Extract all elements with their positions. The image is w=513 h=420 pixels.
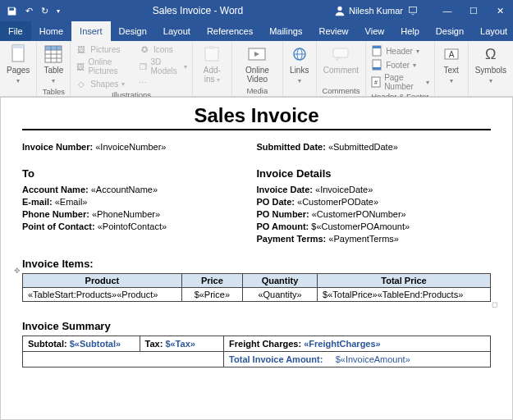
tab-view[interactable]: View bbox=[357, 21, 393, 41]
menu-tabs: File Home Insert Design Layout Reference… bbox=[0, 21, 513, 41]
maximize-button[interactable]: ☐ bbox=[460, 6, 487, 16]
comment-label: Comment bbox=[323, 66, 359, 75]
addins-label: Add-ins bbox=[199, 66, 225, 84]
online-video-label: Online Video bbox=[239, 66, 276, 84]
footer-button[interactable]: Footer bbox=[369, 58, 431, 71]
3d-models-button[interactable]: ❒3D Models bbox=[137, 57, 189, 76]
payment-terms-value: «PaymentTerms» bbox=[328, 234, 399, 244]
svg-rect-15 bbox=[209, 46, 214, 49]
table-resize-handle[interactable]: ◻ bbox=[492, 300, 497, 308]
phone-label: Phone Number: bbox=[22, 209, 89, 219]
svg-text:A: A bbox=[448, 50, 454, 59]
shapes-button[interactable]: ◇Shapes bbox=[74, 77, 134, 90]
col-quantity: Quantity bbox=[242, 274, 317, 288]
icons-button[interactable]: ✪Icons bbox=[137, 43, 189, 56]
table-header-row: Product Price Quantity Total Price bbox=[23, 274, 491, 288]
comment-button[interactable]: Comment bbox=[320, 43, 362, 76]
doc-title: Sales Invoice bbox=[22, 104, 491, 127]
tax-label: Tax: bbox=[145, 339, 163, 349]
freight-value: «FreightCharges» bbox=[304, 339, 381, 349]
tab-design2[interactable]: Design bbox=[428, 21, 472, 41]
pages-label: Pages bbox=[7, 66, 30, 85]
qat-dropdown-icon[interactable]: ▾ bbox=[57, 7, 60, 15]
pages-button[interactable]: Pages bbox=[3, 43, 33, 87]
table-button[interactable]: Table bbox=[40, 43, 66, 87]
tab-review[interactable]: Review bbox=[311, 21, 357, 41]
redo-icon[interactable]: ↻ bbox=[41, 6, 48, 16]
textbox-icon: A bbox=[442, 44, 461, 64]
poc-value: «PointofContact» bbox=[98, 221, 167, 231]
tab-help[interactable]: Help bbox=[392, 21, 428, 41]
window-title: Sales Invoice - Word bbox=[66, 5, 329, 16]
header-button[interactable]: Header bbox=[369, 44, 431, 57]
undo-icon[interactable]: ↶ bbox=[25, 6, 33, 16]
svg-rect-14 bbox=[205, 48, 218, 61]
svg-rect-6 bbox=[12, 45, 24, 48]
3d-models-label: 3D Models bbox=[151, 57, 181, 75]
table-row: «TableStart:Products»«Product» $«Price» … bbox=[23, 288, 491, 302]
links-button[interactable]: Links bbox=[286, 43, 313, 87]
table-move-handle[interactable]: ✥ bbox=[14, 267, 21, 275]
tab-references[interactable]: References bbox=[199, 21, 261, 41]
submitted-date-label: Submitted Date: bbox=[257, 142, 326, 152]
svg-rect-26 bbox=[373, 67, 381, 70]
online-video-button[interactable]: Online Video bbox=[236, 43, 279, 85]
group-tables-label: Tables bbox=[40, 87, 66, 97]
group-comments-label: Comments bbox=[320, 86, 362, 96]
addins-button[interactable]: Add-ins bbox=[196, 43, 228, 86]
invoice-date-label: Invoice Date: bbox=[257, 185, 313, 194]
subtotal-value: $«Subtotal» bbox=[70, 339, 121, 349]
shapes-icon: ◇ bbox=[76, 78, 87, 89]
invoice-number-value: «InvoiceNumber» bbox=[95, 142, 166, 152]
invoice-items-table[interactable]: Product Price Quantity Total Price «Tabl… bbox=[22, 273, 491, 302]
invoice-summary-table[interactable]: Subtotal: $«Subtotal» Tax: $«Tax» Freigh… bbox=[22, 336, 491, 368]
tab-layout[interactable]: Layout bbox=[155, 21, 199, 41]
pages-icon bbox=[8, 44, 28, 64]
po-number-label: PO Number: bbox=[257, 209, 309, 219]
tab-insert[interactable]: Insert bbox=[71, 21, 111, 41]
pictures-button[interactable]: 🖼Pictures bbox=[74, 43, 134, 56]
header-label: Header bbox=[386, 47, 413, 56]
minimize-button[interactable]: — bbox=[434, 6, 460, 16]
invoice-number-label: Invoice Number: bbox=[22, 142, 93, 152]
document-area[interactable]: Sales Invoice Invoice Number: «InvoiceNu… bbox=[0, 97, 513, 420]
symbols-button[interactable]: Ω Symbols bbox=[472, 43, 510, 87]
user-account[interactable]: Nilesh Kumar bbox=[329, 5, 408, 16]
tab-design[interactable]: Design bbox=[111, 21, 155, 41]
svg-marker-22 bbox=[337, 57, 340, 61]
svg-text:#: # bbox=[374, 80, 378, 85]
invoice-summary-heading: Invoice Summary bbox=[22, 320, 491, 332]
svg-point-0 bbox=[337, 7, 341, 11]
svg-rect-1 bbox=[410, 7, 417, 12]
group-media-label: Media bbox=[236, 86, 279, 96]
more-illustrations-button[interactable]: ⋯ bbox=[137, 77, 189, 88]
symbols-label: Symbols bbox=[475, 66, 506, 85]
text-button[interactable]: A Text bbox=[438, 43, 465, 87]
pictures-label: Pictures bbox=[90, 45, 120, 54]
ribbon: Pages Table Tables 🖼Pictures 🖼Online Pic… bbox=[0, 41, 513, 97]
links-label: Links bbox=[290, 66, 309, 85]
addins-icon bbox=[202, 44, 222, 64]
cell-product: «TableStart:Products»«Product» bbox=[23, 288, 182, 302]
tab-mailings[interactable]: Mailings bbox=[261, 21, 310, 41]
tax-value: $«Tax» bbox=[165, 339, 195, 349]
total-invoice-value: $«InvoiceAmount» bbox=[336, 354, 410, 364]
page-number-label: Page Number bbox=[384, 73, 423, 91]
summary-row-1: Subtotal: $«Subtotal» Tax: $«Tax» Freigh… bbox=[23, 336, 491, 352]
page-number-button[interactable]: #Page Number bbox=[369, 72, 431, 92]
footer-label: Footer bbox=[386, 61, 410, 70]
email-value: «Email» bbox=[55, 197, 88, 207]
freight-label: Freight Charges: bbox=[229, 339, 301, 349]
shapes-label: Shapes bbox=[90, 80, 118, 89]
phone-value: «PhoneNumber» bbox=[92, 209, 160, 219]
close-button[interactable]: ✕ bbox=[487, 6, 513, 16]
link-icon bbox=[290, 44, 309, 64]
tab-layout2[interactable]: Layout bbox=[472, 21, 513, 41]
tab-home[interactable]: Home bbox=[31, 21, 71, 41]
ribbon-options-icon[interactable] bbox=[408, 6, 434, 16]
icons-label: Icons bbox=[153, 45, 173, 54]
save-icon[interactable] bbox=[7, 6, 17, 16]
online-pictures-button[interactable]: 🖼Online Pictures bbox=[74, 57, 134, 76]
tab-file[interactable]: File bbox=[0, 21, 31, 41]
invoice-details-heading: Invoice Details bbox=[257, 167, 492, 180]
